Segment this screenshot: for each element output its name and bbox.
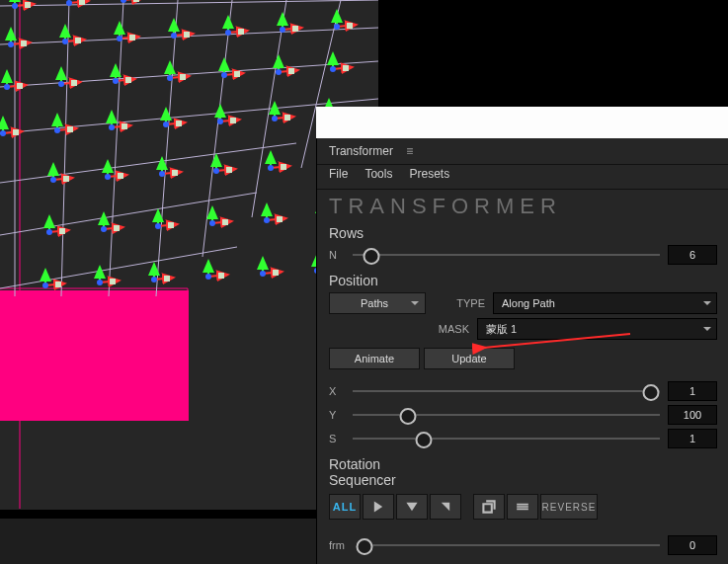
- svg-point-76: [276, 69, 282, 75]
- svg-point-136: [46, 229, 52, 235]
- svg-rect-121: [172, 170, 178, 176]
- svg-rect-37: [129, 35, 135, 40]
- timeline-area[interactable]: [0, 518, 316, 564]
- section-position: Position: [317, 267, 728, 290]
- rows-n-value[interactable]: 6: [668, 245, 717, 265]
- frm-value[interactable]: 0: [668, 535, 717, 555]
- svg-rect-57: [17, 83, 23, 89]
- svg-rect-97: [176, 121, 182, 126]
- svg-point-152: [264, 217, 270, 223]
- rows-n-label: N: [329, 249, 345, 261]
- update-button[interactable]: Update: [424, 348, 515, 369]
- svg-rect-153: [277, 216, 283, 222]
- x-label: X: [329, 385, 345, 397]
- svg-point-40: [171, 33, 177, 39]
- svg-point-84: [0, 130, 6, 136]
- svg-rect-29: [21, 40, 27, 46]
- svg-point-120: [159, 171, 165, 177]
- seq-mode-b-button[interactable]: [507, 494, 538, 520]
- panel-title: Transformer: [329, 144, 393, 158]
- svg-point-148: [209, 220, 215, 226]
- svg-rect-177: [273, 270, 279, 276]
- animate-button[interactable]: Animate: [329, 348, 420, 369]
- svg-point-32: [62, 39, 68, 44]
- svg-point-140: [101, 226, 107, 232]
- svg-point-44: [225, 30, 231, 36]
- panel-top-strip: [316, 107, 728, 139]
- svg-rect-45: [238, 29, 244, 35]
- svg-point-68: [167, 75, 173, 81]
- y-slider[interactable]: [353, 406, 660, 424]
- frm-slider[interactable]: [359, 536, 660, 554]
- svg-rect-49: [292, 26, 298, 32]
- svg-rect-145: [168, 222, 174, 228]
- menu-file[interactable]: File: [329, 167, 348, 181]
- svg-rect-117: [118, 173, 123, 179]
- svg-rect-93: [121, 123, 127, 129]
- svg-point-160: [42, 282, 48, 288]
- svg-rect-101: [230, 118, 236, 123]
- rows-n-slider[interactable]: [353, 246, 660, 264]
- transformer-panel: Transformer ≡ File Tools Presets TRANSFO…: [316, 138, 728, 564]
- seq-downright-button[interactable]: [430, 494, 461, 520]
- svg-rect-161: [55, 282, 61, 287]
- svg-rect-17: [25, 2, 31, 8]
- svg-rect-77: [288, 68, 294, 74]
- svg-point-80: [330, 66, 336, 72]
- svg-line-10: [156, 0, 178, 296]
- seq-down-button[interactable]: [396, 494, 428, 520]
- svg-rect-105: [284, 115, 290, 121]
- svg-point-124: [213, 168, 219, 174]
- menu-tools[interactable]: Tools: [364, 167, 392, 181]
- svg-point-144: [155, 223, 161, 229]
- menu-presets[interactable]: Presets: [409, 167, 449, 181]
- svg-point-104: [272, 116, 278, 121]
- svg-rect-141: [114, 225, 120, 231]
- svg-line-4: [0, 143, 296, 183]
- s-value[interactable]: 1: [668, 429, 717, 448]
- panel-title-bar[interactable]: Transformer ≡: [317, 138, 728, 164]
- svg-point-112: [50, 177, 56, 183]
- type-label: TYPE: [434, 297, 485, 309]
- svg-rect-41: [184, 32, 190, 38]
- svg-rect-125: [226, 167, 232, 173]
- svg-rect-85: [13, 129, 19, 135]
- seq-right-button[interactable]: [363, 494, 394, 520]
- seq-all-button[interactable]: ALL: [329, 494, 361, 520]
- type-dropdown[interactable]: Along Path: [493, 292, 717, 314]
- svg-point-164: [97, 280, 103, 285]
- svg-point-64: [113, 78, 119, 84]
- panel-menu-icon[interactable]: ≡: [406, 138, 413, 164]
- svg-line-6: [0, 247, 237, 288]
- svg-point-96: [163, 121, 169, 127]
- svg-rect-25: [133, 0, 139, 2]
- svg-point-72: [221, 72, 227, 78]
- selected-layer-outline: [0, 291, 188, 420]
- mask-dropdown[interactable]: 蒙版 1: [477, 318, 717, 340]
- svg-line-5: [0, 193, 257, 235]
- s-slider[interactable]: [353, 430, 660, 447]
- svg-point-116: [105, 174, 111, 180]
- svg-point-28: [8, 41, 14, 47]
- sequencer-buttons: ALL REVERSE: [317, 490, 728, 524]
- svg-point-56: [4, 84, 10, 90]
- x-value[interactable]: 1: [668, 381, 717, 401]
- s-label: S: [329, 433, 345, 444]
- svg-point-128: [268, 165, 274, 171]
- svg-rect-81: [343, 65, 349, 71]
- svg-rect-61: [71, 80, 77, 86]
- svg-point-168: [151, 277, 157, 282]
- menu-bar: File Tools Presets: [317, 164, 728, 190]
- section-rows: Rows: [317, 219, 728, 243]
- y-value[interactable]: 100: [668, 405, 717, 425]
- svg-rect-65: [125, 77, 131, 83]
- x-slider[interactable]: [353, 382, 660, 400]
- seq-mode-a-button[interactable]: [473, 494, 505, 520]
- svg-point-52: [334, 24, 340, 30]
- paths-button[interactable]: Paths: [329, 292, 426, 314]
- svg-rect-89: [67, 126, 73, 132]
- svg-rect-21: [79, 0, 85, 5]
- svg-rect-69: [180, 74, 186, 80]
- svg-point-24: [121, 0, 126, 3]
- seq-reverse-button[interactable]: REVERSE: [540, 494, 598, 520]
